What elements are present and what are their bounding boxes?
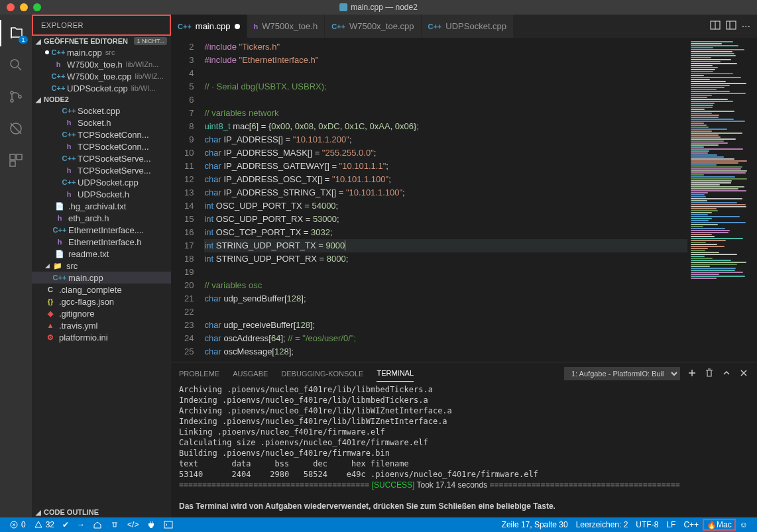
file-item[interactable]: ▲.travis.yml bbox=[32, 319, 171, 331]
status-arrow-icon[interactable]: → bbox=[73, 520, 89, 529]
status-plug-icon[interactable] bbox=[143, 520, 160, 529]
status-eol[interactable]: LF bbox=[662, 520, 679, 529]
close-panel-icon[interactable] bbox=[738, 368, 749, 380]
terminal-output[interactable]: Archiving .pioenvs/nucleo_f401re/lib/lib… bbox=[171, 384, 757, 517]
file-item[interactable]: C++main.cpp bbox=[32, 272, 171, 284]
tab-problems[interactable]: PROBLEME bbox=[179, 366, 219, 382]
file-item[interactable]: hEthernetInterface.h bbox=[32, 236, 171, 248]
source-control-icon[interactable] bbox=[0, 83, 32, 110]
debug-icon[interactable] bbox=[0, 115, 32, 142]
file-path: lib/WIZ... bbox=[135, 72, 164, 80]
chevron-down-icon: ◢ bbox=[45, 262, 50, 269]
terminal-select[interactable]: 1: Aufgabe - PlatformIO: Buil bbox=[564, 367, 680, 380]
file-item[interactable]: C++TCPSocketConn... bbox=[32, 129, 171, 140]
minimize-window-button[interactable] bbox=[20, 3, 28, 11]
trash-icon[interactable] bbox=[704, 368, 715, 380]
tab-debug-console[interactable]: DEBUGGING-KONSOLE bbox=[281, 366, 363, 382]
tab-output[interactable]: AUSGABE bbox=[233, 366, 268, 382]
open-editor-item[interactable]: C++W7500x_toe.cpplib/WIZ... bbox=[32, 70, 171, 82]
status-trash-icon[interactable] bbox=[106, 520, 123, 529]
folder-item[interactable]: ◢📁src bbox=[32, 260, 171, 272]
file-icon: ⚙ bbox=[45, 332, 56, 343]
file-name: EthernetInterface.h bbox=[68, 237, 142, 247]
open-editor-item[interactable]: C++UDPSocket.cpplib/WI... bbox=[32, 82, 171, 94]
tab-terminal[interactable]: TERMINAL bbox=[377, 365, 414, 382]
activity-bar: 1 bbox=[0, 15, 32, 517]
file-name: Socket.cpp bbox=[78, 106, 120, 116]
status-feedback-icon[interactable]: ☺ bbox=[736, 520, 752, 529]
editor-tab[interactable]: C++UDPSocket.cpp bbox=[422, 15, 514, 38]
editor-tab[interactable]: C++W7500x_toe.cpp bbox=[325, 15, 421, 38]
file-name: W7500x_toe.cpp bbox=[67, 72, 132, 81]
status-language[interactable]: C++ bbox=[679, 520, 703, 529]
editor-tab[interactable]: C++main.cpp bbox=[171, 15, 247, 38]
traffic-lights bbox=[0, 3, 41, 11]
file-name: UDPSocket.h bbox=[78, 189, 129, 199]
file-item[interactable]: hSocket.h bbox=[32, 117, 171, 129]
file-icon: C++ bbox=[53, 71, 64, 81]
project-header[interactable]: ◢ NODE2 bbox=[32, 94, 171, 105]
more-icon[interactable]: ··· bbox=[742, 21, 750, 32]
file-name: W7500x_toe.h bbox=[67, 60, 123, 70]
open-editors-header[interactable]: ◢ Geöffnete Editoren 1 NICHT... bbox=[32, 36, 171, 46]
file-item[interactable]: heth_arch.h bbox=[32, 212, 171, 224]
chevron-up-icon[interactable] bbox=[721, 368, 732, 380]
open-editor-item[interactable]: C++main.cppsrc bbox=[32, 46, 171, 58]
file-item[interactable]: 📄readme.txt bbox=[32, 248, 171, 260]
status-platform[interactable]: 🔥Mac bbox=[703, 519, 736, 531]
editor-tab[interactable]: hW7500x_toe.h bbox=[247, 15, 325, 38]
status-warnings[interactable]: 32 bbox=[30, 520, 58, 529]
svg-rect-5 bbox=[10, 154, 15, 160]
file-item[interactable]: C++TCPSocketServe... bbox=[32, 152, 171, 164]
file-item[interactable]: {}.gcc-flags.json bbox=[32, 295, 171, 307]
file-name: TCPSocketConn... bbox=[78, 142, 149, 152]
minimap[interactable] bbox=[687, 38, 757, 362]
file-item[interactable]: hUDPSocket.h bbox=[32, 188, 171, 200]
search-icon[interactable] bbox=[0, 52, 32, 78]
open-editor-item[interactable]: hW7500x_toe.hlib/WIZn... bbox=[32, 58, 171, 70]
file-item[interactable]: C.clang_complete bbox=[32, 284, 171, 295]
explorer-icon[interactable]: 1 bbox=[0, 20, 32, 46]
status-home-icon[interactable] bbox=[89, 520, 106, 529]
code-editor[interactable]: 2345678910111213141516171819202122232425… bbox=[171, 38, 687, 362]
panel: PROBLEME AUSGABE DEBUGGING-KONSOLE TERMI… bbox=[171, 362, 757, 517]
status-cursor-position[interactable]: Zeile 17, Spalte 30 bbox=[498, 520, 572, 529]
code-outline-header[interactable]: ◢ Code Outline bbox=[32, 507, 171, 517]
file-item[interactable]: C++UDPSocket.cpp bbox=[32, 176, 171, 188]
split-editor-icon[interactable] bbox=[710, 20, 721, 33]
file-item[interactable]: ⚙platformio.ini bbox=[32, 331, 171, 343]
tab-label: W7500x_toe.cpp bbox=[349, 21, 414, 31]
file-icon: h bbox=[254, 23, 259, 30]
close-window-button[interactable] bbox=[7, 3, 15, 11]
file-item[interactable]: C++Socket.cpp bbox=[32, 105, 171, 117]
file-name: main.cpp bbox=[68, 273, 103, 283]
file-name: eth_arch.h bbox=[68, 213, 109, 223]
file-icon: C++ bbox=[64, 129, 74, 140]
file-item[interactable]: ◈.gitignore bbox=[32, 307, 171, 319]
layout-icon[interactable] bbox=[726, 20, 736, 33]
status-encoding[interactable]: UTF-8 bbox=[632, 520, 662, 529]
status-check-icon[interactable]: ✔ bbox=[58, 520, 73, 529]
file-name: .gitignore bbox=[59, 309, 94, 319]
extensions-icon[interactable] bbox=[0, 147, 32, 174]
status-errors[interactable]: 0 bbox=[5, 520, 30, 529]
file-path: lib/WIZn... bbox=[126, 60, 159, 68]
status-indent[interactable]: Leerzeichen: 2 bbox=[572, 520, 632, 529]
file-icon: C++ bbox=[331, 23, 345, 30]
file-name: TCPSocketConn... bbox=[78, 130, 149, 140]
status-code-icon[interactable]: </> bbox=[123, 520, 143, 529]
file-icon: C bbox=[45, 284, 56, 295]
new-terminal-icon[interactable] bbox=[687, 368, 697, 380]
window-title: main.cpp — node2 bbox=[339, 3, 418, 12]
file-item[interactable]: 📄.hg_archival.txt bbox=[32, 200, 171, 212]
zoom-window-button[interactable] bbox=[33, 3, 41, 11]
file-item[interactable]: hTCPSocketServe... bbox=[32, 164, 171, 176]
file-item[interactable]: C++EthernetInterface.... bbox=[32, 224, 171, 236]
svg-rect-6 bbox=[17, 154, 22, 160]
file-icon: h bbox=[64, 141, 74, 152]
chevron-down-icon: ◢ bbox=[36, 96, 41, 103]
tab-label: main.cpp bbox=[196, 21, 231, 31]
file-item[interactable]: hTCPSocketConn... bbox=[32, 140, 171, 152]
status-prompt-icon[interactable] bbox=[160, 520, 177, 529]
file-name: .travis.yml bbox=[59, 321, 98, 331]
